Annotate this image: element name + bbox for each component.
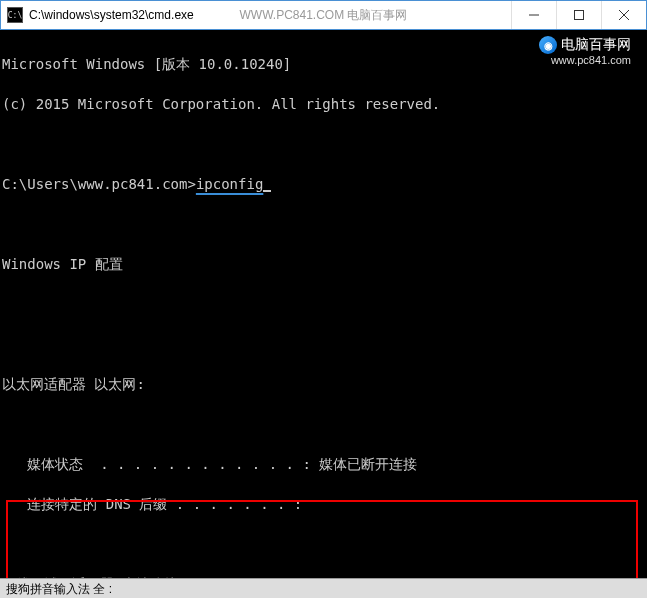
svg-rect-1 xyxy=(575,11,584,20)
ime-status-bar: 搜狗拼音输入法 全 : xyxy=(0,578,647,598)
terminal-output[interactable]: Microsoft Windows [版本 10.0.10240] (c) 20… xyxy=(0,30,647,598)
titlebar-watermark: WWW.PC841.COM 电脑百事网 xyxy=(239,7,407,24)
window-titlebar: C:\ C:\windows\system32\cmd.exe WWW.PC84… xyxy=(0,0,647,30)
cursor-icon xyxy=(263,190,271,192)
minimize-button[interactable] xyxy=(511,1,556,29)
cmd-icon: C:\ xyxy=(7,7,23,23)
adapter-ethernet: 以太网适配器 以太网: xyxy=(2,374,645,394)
media-state-row: 媒体状态 . . . . . . . . . . . . : 媒体已断开连接 xyxy=(2,454,645,474)
window-controls xyxy=(511,1,646,29)
version-line: Microsoft Windows [版本 10.0.10240] xyxy=(2,54,645,74)
close-button[interactable] xyxy=(601,1,646,29)
ime-text: 搜狗拼音输入法 全 : xyxy=(6,582,112,596)
maximize-button[interactable] xyxy=(556,1,601,29)
prompt-line: C:\Users\www.pc841.com>ipconfig xyxy=(2,174,645,194)
dns-suffix-row: 连接特定的 DNS 后缀 . . . . . . . : xyxy=(2,494,645,514)
ipconfig-title: Windows IP 配置 xyxy=(2,254,645,274)
command-input: ipconfig xyxy=(196,176,263,192)
window-title: C:\windows\system32\cmd.exe xyxy=(29,8,194,22)
copyright-line: (c) 2015 Microsoft Corporation. All righ… xyxy=(2,94,645,114)
